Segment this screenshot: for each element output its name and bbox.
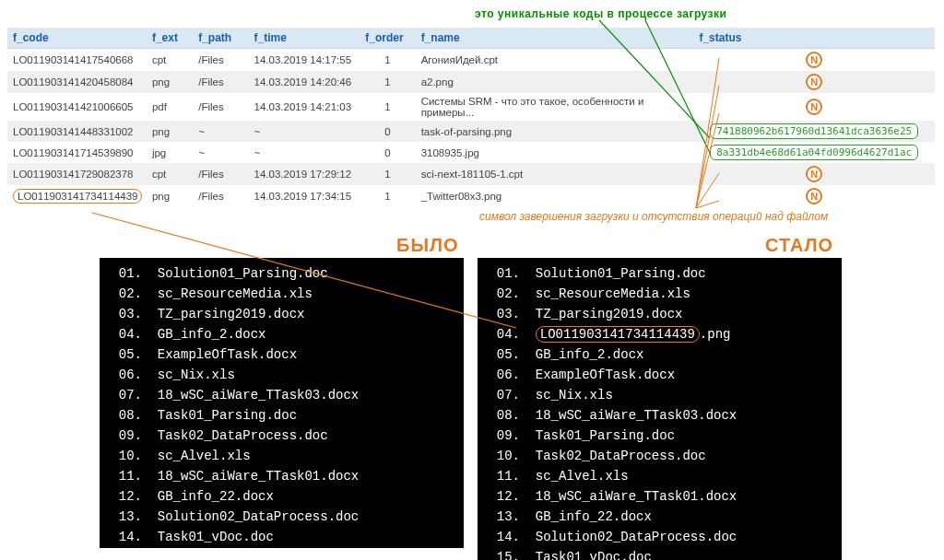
filename: TZ_parsing2019.docx <box>158 307 305 321</box>
terminal-line: 11. 18_wSC_aiWare_TTask01.docx <box>107 466 456 486</box>
filename: Solution02_DataProcess.doc <box>536 530 737 544</box>
table-row[interactable]: LO011903141714539890jpg~~03108935.jpg8a3… <box>7 142 935 163</box>
cell-name: 3108935.jpg <box>416 142 694 163</box>
th-name[interactable]: f_name <box>416 28 694 49</box>
line-number: 05. <box>485 344 520 365</box>
table-row[interactable]: LO011903141420458084png/Files14.03.2019 … <box>7 71 935 93</box>
th-time[interactable]: f_time <box>249 28 360 49</box>
table-header-row: f_code f_ext f_path f_time f_order f_nam… <box>7 28 935 49</box>
files-table: f_code f_ext f_path f_time f_order f_nam… <box>7 28 935 207</box>
cell-path: /Files <box>193 71 248 93</box>
line-number: 15. <box>485 547 520 560</box>
terminal-line: 03. TZ_parsing2019.docx <box>107 304 456 324</box>
cell-ext: png <box>147 71 193 93</box>
cell-code: LO011903141734114439 <box>7 185 147 207</box>
table-row[interactable]: LO011903141734114439png/Files14.03.2019 … <box>7 185 935 207</box>
line-number: 11. <box>485 466 520 486</box>
terminal-now: 01. Solution01_Parsing.doc02. sc_Resourc… <box>478 258 842 560</box>
terminal-line: 13. GB_info_22.docx <box>485 507 834 527</box>
table-row[interactable]: LO011903141448331002png~~0task-of-parsin… <box>7 121 935 142</box>
terminal-line: 05. GB_info_2.docx <box>485 344 834 365</box>
th-path[interactable]: f_path <box>193 28 248 49</box>
filename: GB_info_2.docx <box>158 327 266 342</box>
terminal-line: 06. sc_Nix.xls <box>107 365 456 385</box>
cell-time: 14.03.2019 14:20:46 <box>249 71 360 93</box>
th-status[interactable]: f_status <box>693 28 935 49</box>
line-number: 10. <box>107 446 142 466</box>
th-ext[interactable]: f_ext <box>147 28 193 49</box>
line-number: 07. <box>485 385 520 405</box>
th-order[interactable]: f_order <box>360 28 415 49</box>
table-row[interactable]: LO011903141421006605pdf/Files14.03.2019 … <box>7 93 935 121</box>
cell-ext: jpg <box>147 142 193 163</box>
status-n-badge: N <box>806 188 822 204</box>
cell-status: N <box>693 49 935 72</box>
line-number: 04. <box>485 324 520 344</box>
cell-code: LO011903141714539890 <box>7 142 147 163</box>
filename: Task01_Parsing.doc <box>158 408 297 423</box>
filename: 18_wSC_aiWare_TTask01.docx <box>158 469 359 484</box>
filename: ExampleOfTask.docx <box>536 368 675 382</box>
line-number: 09. <box>107 426 142 446</box>
cell-code: LO011903141448331002 <box>7 121 147 142</box>
cell-status: 8a331db4e68d61a04fd0996d4627d1ac <box>693 142 935 163</box>
line-number: 01. <box>107 263 142 284</box>
cell-order: 0 <box>360 121 415 142</box>
th-code[interactable]: f_code <box>7 28 147 49</box>
terminal-line: 10. sc_Alvel.xls <box>107 446 456 466</box>
cell-time: 14.03.2019 14:21:03 <box>249 93 360 121</box>
cell-time: ~ <box>249 142 360 163</box>
cell-order: 0 <box>360 142 415 163</box>
line-number: 12. <box>107 486 142 507</box>
cell-ext: cpt <box>147 163 193 185</box>
line-number: 06. <box>107 365 142 385</box>
line-number: 14. <box>107 527 142 547</box>
status-n-badge: N <box>806 166 822 182</box>
terminal-was: 01. Solution01_Parsing.doc02. sc_Resourc… <box>100 258 464 548</box>
line-number: 05. <box>107 344 142 365</box>
status-n-badge: N <box>806 52 822 68</box>
terminal-line: 10. Task02_DataProcess.doc <box>485 446 834 466</box>
filename: sc_ResourceMedia.xls <box>158 286 313 301</box>
filename: GB_info_2.docx <box>536 347 644 362</box>
table-row[interactable]: LO011903141417540668cpt/Files14.03.2019 … <box>7 49 935 72</box>
filename: Task02_DataProcess.doc <box>158 428 328 443</box>
line-number: 01. <box>485 263 520 284</box>
filename: sc_Nix.xls <box>158 368 235 382</box>
cell-time: 14.03.2019 14:17:55 <box>249 49 360 72</box>
terminal-line: 01. Solution01_Parsing.doc <box>485 263 834 284</box>
terminal-line: 06. ExampleOfTask.docx <box>485 365 834 385</box>
line-number: 12. <box>485 486 520 507</box>
cell-code: LO011903141729082378 <box>7 163 147 185</box>
status-n-badge: N <box>806 74 822 90</box>
filename: Task02_DataProcess.doc <box>536 449 706 463</box>
status-n-badge: N <box>806 99 822 115</box>
terminal-line: 07. sc_Nix.xls <box>485 385 834 405</box>
cell-ext: cpt <box>147 49 193 72</box>
cell-path: /Files <box>193 163 248 185</box>
line-number: 13. <box>485 507 520 527</box>
circled-filename: LO011903141734114439 <box>536 326 700 343</box>
line-number: 02. <box>485 284 520 304</box>
line-number: 02. <box>107 284 142 304</box>
terminal-line: 08. 18_wSC_aiWare_TTask03.docx <box>485 405 834 426</box>
filename: Solution01_Parsing.doc <box>536 266 706 281</box>
line-number: 14. <box>485 527 520 547</box>
cell-time: ~ <box>249 121 360 142</box>
cell-status: N <box>693 163 935 185</box>
status-hash-badge: 741880962b617960d13641dca3636e25 <box>710 123 918 139</box>
line-number: 08. <box>107 405 142 426</box>
terminal-line: 07. 18_wSC_aiWare_TTask03.docx <box>107 385 456 405</box>
terminal-line: 04. GB_info_2.docx <box>107 324 456 344</box>
filename: Task01_Parsing.doc <box>536 428 675 443</box>
terminal-line: 09. Task02_DataProcess.doc <box>107 426 456 446</box>
circled-code: LO011903141734114439 <box>13 189 142 204</box>
files-table-wrap: f_code f_ext f_path f_time f_order f_nam… <box>7 28 937 207</box>
line-number: 11. <box>107 466 142 486</box>
cell-path: ~ <box>193 121 248 142</box>
line-number: 09. <box>485 426 520 446</box>
filename: GB_info_22.docx <box>158 489 274 504</box>
annotation-unique-codes: это уникальные коды в процессе загрузки <box>475 7 726 20</box>
cell-code: LO011903141421006605 <box>7 93 147 121</box>
table-row[interactable]: LO011903141729082378cpt/Files14.03.2019 … <box>7 163 935 185</box>
